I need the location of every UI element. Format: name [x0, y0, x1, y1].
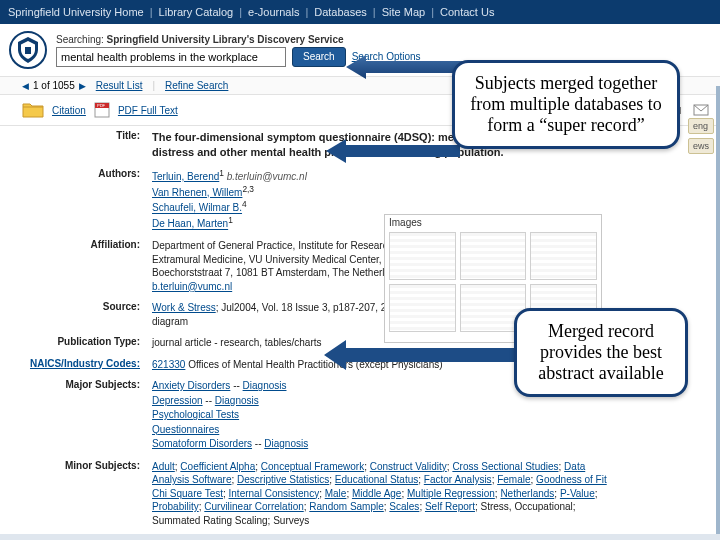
subject-link[interactable]: Questionnaires — [152, 424, 219, 435]
svg-rect-1 — [25, 47, 31, 54]
image-thumbnail[interactable] — [389, 284, 456, 332]
pager-prev-icon[interactable]: ◀ — [22, 81, 29, 91]
callout-subjects-merged: Subjects merged together from multiple d… — [452, 60, 680, 149]
subject-link[interactable]: Diagnosis — [243, 380, 287, 391]
university-seal-icon — [8, 30, 48, 70]
images-panel-header: Images — [389, 217, 597, 228]
pager-position: 1 of 1055 — [33, 80, 75, 91]
author-link[interactable]: De Haan, Marten — [152, 219, 228, 230]
nav-contact[interactable]: Contact Us — [440, 6, 494, 18]
subject-link[interactable]: Male — [325, 488, 347, 499]
subject-link[interactable]: Depression — [152, 395, 203, 406]
callout-arrow-mid — [326, 136, 460, 166]
label-naics: NAICS/Industry Codes: — [22, 358, 152, 369]
subject-link[interactable]: Coefficient Alpha — [180, 461, 255, 472]
author-link[interactable]: Schaufeli, Wilmar B. — [152, 203, 242, 214]
nav-home[interactable]: Springfield University Home — [8, 6, 144, 18]
pdf-icon: PDF — [94, 102, 110, 118]
subject-link[interactable]: Adult — [152, 461, 175, 472]
search-input[interactable] — [56, 47, 286, 67]
search-button[interactable]: Search — [292, 47, 346, 67]
record-pubtype: journal article - research, tables/chart… — [152, 336, 322, 350]
subject-link[interactable]: Internal Consistency — [229, 488, 320, 499]
subject-link[interactable]: Middle Age — [352, 488, 401, 499]
author-link[interactable]: Terluin, Berend — [152, 171, 219, 182]
nav-ejournals[interactable]: e-Journals — [248, 6, 299, 18]
subject-link[interactable]: Construct Validity — [370, 461, 447, 472]
result-list-link[interactable]: Result List — [96, 80, 143, 91]
label-affiliation: Affiliation: — [22, 239, 152, 250]
bottom-strip — [0, 534, 720, 540]
label-source: Source: — [22, 301, 152, 312]
image-thumbnail[interactable] — [530, 232, 597, 280]
subject-link[interactable]: Diagnosis — [264, 438, 308, 449]
label-title: Title: — [22, 130, 152, 141]
image-thumbnail[interactable] — [389, 232, 456, 280]
subject-link[interactable]: Somatoform Disorders — [152, 438, 252, 449]
svg-marker-11 — [324, 340, 524, 370]
pager-next-icon[interactable]: ▶ — [79, 81, 86, 91]
author-link[interactable]: Van Rhenen, Willem — [152, 187, 242, 198]
record-authors: Terluin, Berend1 b.terluin@vumc.nl Van R… — [152, 168, 307, 231]
subject-link[interactable]: Educational Status — [335, 474, 418, 485]
subject-link[interactable]: Cross Sectional Studies — [452, 461, 558, 472]
subject-link[interactable]: Factor Analysis — [424, 474, 492, 485]
citation-link[interactable]: Citation — [52, 105, 86, 116]
folder-icon — [22, 101, 44, 119]
nav-databases[interactable]: Databases — [314, 6, 367, 18]
subject-link[interactable]: Female — [497, 474, 530, 485]
subject-link[interactable]: Descriptive Statistics — [237, 474, 329, 485]
callout-merged-abstract: Merged record provides the best abstract… — [514, 308, 688, 397]
record-minor-subjects: Adult; Coefficient Alpha; Conceptual Fra… — [152, 460, 612, 528]
subject-link[interactable]: Psychological Tests — [152, 409, 239, 420]
subject-link[interactable]: Probability — [152, 501, 199, 512]
subject-link[interactable]: Diagnosis — [215, 395, 259, 406]
nav-sitemap[interactable]: Site Map — [382, 6, 425, 18]
pager: ◀ 1 of 1055 ▶ — [22, 80, 86, 91]
svg-text:PDF: PDF — [97, 103, 106, 108]
record-major-subjects: Anxiety Disorders -- DiagnosisDepression… — [152, 379, 308, 452]
subject-link[interactable]: Multiple Regression — [407, 488, 495, 499]
affiliation-email-link[interactable]: b.terluin@vumc.nl — [152, 281, 232, 292]
naics-code-link[interactable]: 621330 — [152, 359, 185, 370]
subject-link[interactable]: Anxiety Disorders — [152, 380, 230, 391]
callout-arrow-bottom — [324, 338, 524, 372]
subject-link[interactable]: Netherlands — [500, 488, 554, 499]
label-authors: Authors: — [22, 168, 152, 179]
right-scroll-strip — [716, 86, 720, 540]
search-scope-label: Searching: Springfield University Librar… — [56, 34, 712, 45]
subject-link[interactable]: P-Value — [560, 488, 595, 499]
top-nav: Springfield University Home| Library Cat… — [0, 0, 720, 24]
svg-marker-10 — [326, 139, 460, 163]
email-icon[interactable] — [692, 101, 710, 119]
nav-catalog[interactable]: Library Catalog — [159, 6, 234, 18]
source-link[interactable]: Work & Stress — [152, 302, 216, 313]
pdf-fulltext-link[interactable]: PDF Full Text — [118, 105, 178, 116]
image-thumbnail[interactable] — [460, 232, 527, 280]
label-pubtype: Publication Type: — [22, 336, 152, 347]
subject-link[interactable]: Scales — [389, 501, 419, 512]
label-minors: Minor Subjects: — [22, 460, 152, 471]
subject-link[interactable]: Curvilinear Correlation — [204, 501, 303, 512]
subject-link[interactable]: Conceptual Framework — [261, 461, 364, 472]
subject-link[interactable]: Random Sample — [309, 501, 383, 512]
subject-link[interactable]: Self Report — [425, 501, 475, 512]
refine-search-link[interactable]: Refine Search — [165, 80, 228, 91]
label-majors: Major Subjects: — [22, 379, 152, 390]
